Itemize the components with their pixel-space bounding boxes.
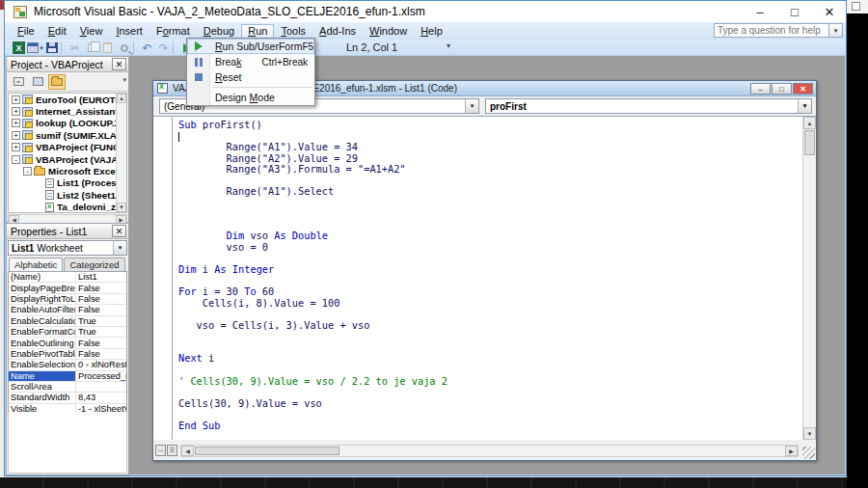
menu-file[interactable]: File xyxy=(11,24,41,39)
collapse-icon[interactable]: - xyxy=(23,167,32,176)
menu-help[interactable]: Help xyxy=(414,24,449,39)
run-menu-item-reset[interactable]: Reset xyxy=(187,69,314,85)
procedure-dropdown[interactable]: proFirst ▾ xyxy=(485,98,812,114)
tree-item[interactable]: +VBAProject (FUNCRES xyxy=(9,142,116,153)
property-row[interactable]: EnableOutliningFalse xyxy=(9,338,126,348)
property-value[interactable]: False xyxy=(76,339,126,348)
property-value[interactable]: False xyxy=(76,349,126,359)
menu-edit[interactable]: Edit xyxy=(41,24,73,39)
menu-run[interactable]: Run xyxy=(241,24,274,39)
code-scroll-up-icon[interactable]: ▲ xyxy=(803,117,816,129)
code-scroll-down-icon[interactable]: ▼ xyxy=(803,427,816,440)
project-tree-vscrollbar[interactable]: ▲ ▼ xyxy=(116,94,126,212)
property-row[interactable]: EnablePivotTableFalse xyxy=(9,349,126,360)
code-close-button[interactable]: ✕ xyxy=(793,83,813,95)
save-icon[interactable] xyxy=(43,41,60,55)
code-line[interactable]: vso = Cells(i, 3).Value + vso xyxy=(178,320,800,332)
excel-icon[interactable]: X xyxy=(11,41,27,55)
property-value[interactable]: 0 - xlNoRestricti xyxy=(76,360,126,369)
toggle-folders-button[interactable] xyxy=(48,74,66,90)
toolbar-overflow-icon[interactable]: ▾ xyxy=(447,41,450,50)
code-vscroll-thumb[interactable] xyxy=(804,130,815,155)
property-row[interactable]: DisplayPageBreakFalse xyxy=(9,283,126,293)
expand-icon[interactable]: + xyxy=(12,143,20,151)
property-row[interactable]: EnableAutoFilterFalse xyxy=(9,305,126,315)
tree-item[interactable]: -VBAProject (VAJA_2_ xyxy=(9,153,116,165)
help-search-input[interactable] xyxy=(714,23,829,38)
code-line[interactable]: Sub proFirst() xyxy=(178,120,800,131)
property-row[interactable]: DisplayRightToLefFalse xyxy=(9,294,126,305)
menu-add-ins[interactable]: Add-Ins xyxy=(312,24,363,39)
property-row[interactable]: StandardWidth8,43 xyxy=(9,393,126,403)
menu-format[interactable]: Format xyxy=(149,24,197,39)
code-line[interactable]: Dim i As Integer xyxy=(178,264,800,276)
code-minimize-button[interactable]: – xyxy=(750,83,771,95)
menu-debug[interactable]: Debug xyxy=(197,24,241,39)
property-value[interactable]: False xyxy=(76,284,126,293)
project-panel-close-icon[interactable]: ✕ xyxy=(112,58,126,70)
expand-icon[interactable]: + xyxy=(12,95,20,104)
code-restore-button[interactable]: □ xyxy=(772,83,792,95)
tab-categorized[interactable]: Categorized xyxy=(64,258,124,271)
property-value[interactable]: True xyxy=(76,316,126,326)
menu-window[interactable]: Window xyxy=(363,24,414,39)
taskbar[interactable] xyxy=(0,477,847,488)
tree-item[interactable]: +Internet_Assistant (I xyxy=(9,105,116,117)
view-code-button[interactable]: = xyxy=(10,74,27,90)
property-row[interactable]: EnableSelection0 - xlNoRestricti xyxy=(9,360,126,370)
property-row[interactable]: EnableCalculationTrue xyxy=(9,316,126,327)
tree-item[interactable]: List2 (Sheet1) xyxy=(9,189,116,201)
code-hscrollbar[interactable]: ◀ ▶ xyxy=(180,445,799,457)
property-value[interactable]: List1 xyxy=(76,272,126,282)
tree-item[interactable]: +lookup (LOOKUP.XLAM xyxy=(9,118,116,129)
run-menu-item-run-sub-userform[interactable]: Run Sub/UserFormF5 xyxy=(187,39,314,54)
help-search-dropdown-icon[interactable]: ▾ xyxy=(829,23,843,38)
procedure-view-button[interactable]: — xyxy=(155,445,166,456)
resize-grip[interactable] xyxy=(802,447,815,459)
tab-alphabetic[interactable]: Alphabetic xyxy=(9,258,63,271)
property-row[interactable]: (Name)List1 xyxy=(9,272,126,283)
code-line[interactable]: Next i xyxy=(178,353,800,365)
run-menu-item-break[interactable]: BreakCtrl+Break xyxy=(187,54,314,69)
redo-icon[interactable]: ↷ xyxy=(155,41,172,55)
code-line[interactable] xyxy=(178,331,800,342)
view-object-button[interactable] xyxy=(29,74,46,90)
maximize-button[interactable]: □ xyxy=(784,3,805,20)
code-scroll-right-icon[interactable]: ▶ xyxy=(785,446,798,456)
code-editor[interactable]: Sub proFirst() Range("A1").Value = 34 Ra… xyxy=(153,116,816,440)
code-margin-bar[interactable] xyxy=(153,117,173,440)
code-line[interactable] xyxy=(178,208,800,220)
object-selector[interactable]: List1 Worksheet ▾ xyxy=(8,240,127,256)
property-value[interactable]: False xyxy=(76,294,126,304)
code-hscroll-thumb[interactable] xyxy=(195,447,339,455)
expand-icon[interactable]: + xyxy=(12,131,20,140)
tree-item[interactable]: +sumif (SUMIF.XLAM) xyxy=(9,129,116,141)
collapse-icon[interactable]: - xyxy=(12,155,20,164)
property-row[interactable]: ScrollArea xyxy=(9,382,126,393)
tree-item[interactable]: +EuroTool (EUROTOOL. xyxy=(9,94,116,105)
code-line[interactable]: End Sub xyxy=(178,420,800,432)
code-line[interactable]: vso = 0 xyxy=(178,242,800,254)
tree-item[interactable]: Ta_delovni_zvez xyxy=(9,202,116,213)
find-icon[interactable] xyxy=(116,41,132,55)
full-module-view-button[interactable]: ☰ xyxy=(167,445,177,456)
code-scroll-left-icon[interactable]: ◀ xyxy=(181,446,194,456)
object-dropdown-icon[interactable]: ▾ xyxy=(465,99,478,113)
code-vscrollbar[interactable]: ▲ ▼ xyxy=(802,117,816,440)
code-line[interactable]: Cells(i, 8).Value = 100 xyxy=(178,298,800,310)
object-selector-dropdown-icon[interactable]: ▾ xyxy=(113,241,126,255)
tree-item[interactable]: List1 (Processed_ xyxy=(9,177,116,189)
menu-insert[interactable]: Insert xyxy=(109,24,149,39)
code-line[interactable] xyxy=(178,198,800,209)
property-value[interactable]: Processed_mete xyxy=(76,371,126,381)
scroll-down-icon[interactable]: ▼ xyxy=(117,203,126,212)
property-row[interactable]: EnableFormatConTrue xyxy=(9,327,126,338)
expand-icon[interactable]: + xyxy=(12,107,20,116)
project-toolbar-overflow-icon[interactable]: ▾ xyxy=(122,76,126,84)
properties-panel-close-icon[interactable]: ✕ xyxy=(112,225,126,237)
tree-item[interactable]: -Microsoft Excel Objec xyxy=(9,165,116,176)
property-value[interactable]: 8,43 xyxy=(76,393,126,402)
code-line[interactable] xyxy=(178,409,800,420)
property-value[interactable]: True xyxy=(76,327,126,337)
insert-userform-icon[interactable]: ▾ xyxy=(27,41,43,55)
